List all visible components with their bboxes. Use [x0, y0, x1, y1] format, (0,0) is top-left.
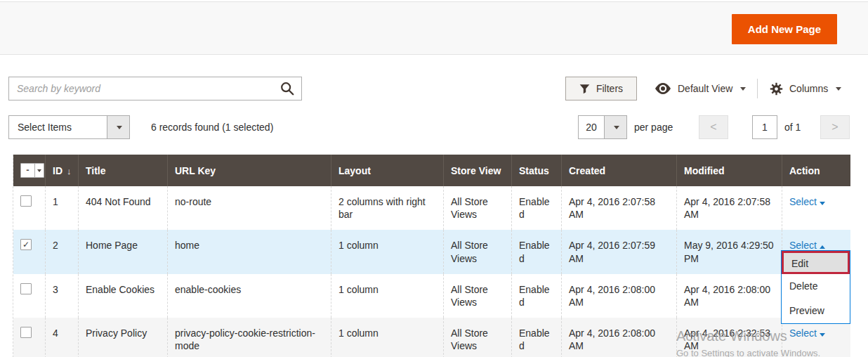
cell-store-view: All Store Views [443, 230, 511, 273]
cell-layout: 1 column [331, 318, 443, 357]
column-header-status[interactable]: Status [511, 155, 561, 186]
column-header-store-view[interactable]: Store View [443, 155, 511, 186]
table-row: 1 404 Not Found no-route 2 columns with … [13, 186, 850, 230]
row-checkbox-checked[interactable]: ✓ [20, 239, 32, 250]
grid-header-row: - ID↓ Title URL Key Layout Store View St… [13, 155, 850, 186]
cell-modified: Apr 4, 2016 2:08:00 AM [676, 274, 782, 318]
search-input[interactable] [9, 77, 262, 100]
gear-icon [770, 82, 783, 96]
search-icon[interactable] [280, 81, 295, 96]
cell-id: 4 [45, 318, 78, 357]
cell-layout: 1 column [331, 230, 443, 273]
chevron-down-icon [117, 126, 122, 129]
column-header-title[interactable]: Title [78, 155, 167, 186]
cell-id: 1 [45, 186, 78, 230]
filters-button[interactable]: Filters [565, 77, 637, 100]
chevron-down-icon [614, 126, 619, 129]
table-row: ✓ 2 Home Page home 1 column All Store Vi… [13, 230, 850, 273]
action-menu-item-edit[interactable]: Edit [782, 251, 850, 274]
cell-modified: Apr 4, 2016 2:07:58 AM [676, 186, 782, 230]
cell-id: 3 [45, 274, 78, 318]
cell-url-key: no-route [167, 186, 331, 230]
cell-layout: 1 column [331, 274, 443, 318]
per-page-select[interactable]: 20 [578, 115, 627, 139]
column-header-action[interactable]: Action [782, 155, 850, 186]
row-action-menu: Edit Delete Preview [781, 250, 850, 324]
action-menu-item-preview[interactable]: Preview [782, 299, 850, 323]
columns-dropdown[interactable]: Columns [770, 77, 841, 100]
page-header-band: Add New Page [0, 1, 868, 55]
default-view-dropdown[interactable]: Default View [655, 77, 746, 100]
sort-desc-icon: ↓ [67, 166, 72, 176]
cell-title: 404 Not Found [78, 186, 167, 230]
cell-url-key: enable-cookies [167, 274, 331, 318]
default-view-label: Default View [678, 83, 732, 94]
current-page-input[interactable] [752, 115, 777, 139]
column-header-url-key[interactable]: URL Key [167, 155, 331, 186]
column-header-modified[interactable]: Modified [676, 155, 782, 186]
column-header-layout[interactable]: Layout [331, 155, 443, 186]
cell-created: Apr 4, 2016 2:08:00 AM [561, 274, 676, 318]
add-new-page-button[interactable]: Add New Page [732, 14, 837, 44]
chevron-down-icon [836, 87, 841, 91]
keyword-search-box [8, 77, 302, 100]
cell-url-key: privacy-policy-cookie-restriction-mode [167, 318, 331, 357]
columns-label: Columns [789, 83, 828, 94]
select-all-caret[interactable] [34, 164, 44, 177]
row-action-select-open[interactable]: Select [789, 240, 825, 251]
cell-layout: 2 columns with right bar [331, 186, 443, 230]
table-row: 4 Privacy Policy privacy-policy-cookie-r… [13, 318, 850, 357]
chevron-up-icon [820, 245, 825, 249]
column-header-created[interactable]: Created [561, 155, 676, 186]
chevron-down-icon [820, 333, 825, 337]
mass-action-caret[interactable] [107, 116, 129, 138]
row-action-select[interactable]: Select [789, 327, 825, 339]
cell-modified: Apr 4, 2016 2:32:53 AM [676, 318, 782, 357]
cell-created: Apr 4, 2016 2:07:59 AM [561, 230, 676, 273]
cell-id: 2 [45, 230, 78, 273]
per-page-caret[interactable] [604, 116, 626, 138]
cell-store-view: All Store Views [443, 274, 511, 318]
row-action-select[interactable]: Select [789, 196, 825, 207]
eye-icon [655, 83, 671, 94]
chevron-left-icon: < [710, 121, 716, 133]
cms-pages-admin-page: Add New Page Filters Default View [0, 0, 868, 357]
cell-created: Apr 4, 2016 2:07:58 AM [561, 186, 676, 230]
header-label: ID [53, 165, 63, 176]
action-menu-item-delete[interactable]: Delete [782, 274, 850, 299]
row-checkbox[interactable] [20, 327, 32, 338]
chevron-right-icon: > [831, 121, 838, 133]
per-page-value: 20 [579, 116, 604, 138]
select-all-control[interactable]: - [20, 163, 44, 178]
mass-action-select[interactable]: Select Items [8, 115, 130, 139]
cell-status: Enabled [511, 186, 561, 230]
chevron-down-icon [820, 202, 825, 205]
table-row: 3 Enable Cookies enable-cookies 1 column… [13, 274, 850, 318]
cms-pages-grid: - ID↓ Title URL Key Layout Store View St… [13, 155, 850, 357]
records-summary: 6 records found (1 selected) [151, 122, 273, 133]
cell-store-view: All Store Views [443, 318, 511, 357]
cell-url-key: home [167, 230, 331, 273]
select-all-header: - [13, 155, 45, 186]
cell-title: Enable Cookies [78, 274, 167, 318]
select-all-indeterminate: - [21, 164, 34, 177]
cell-store-view: All Store Views [443, 186, 511, 230]
previous-page-button[interactable]: < [699, 115, 728, 139]
chevron-down-icon [740, 87, 746, 91]
cell-modified: May 9, 2016 4:29:50 PM [676, 230, 782, 273]
filters-label: Filters [596, 83, 623, 94]
chevron-down-icon [37, 169, 41, 172]
cell-status: Enabled [511, 318, 561, 357]
cell-status: Enabled [511, 230, 561, 273]
row-checkbox[interactable] [20, 283, 32, 294]
row-checkbox[interactable] [20, 195, 32, 207]
next-page-button[interactable]: > [820, 115, 850, 139]
cell-status: Enabled [511, 274, 561, 318]
funnel-icon [579, 84, 590, 94]
toolbar-divider [757, 79, 758, 98]
cell-title: Privacy Policy [78, 318, 167, 357]
mass-action-label: Select Items [9, 116, 107, 138]
cell-created: Apr 4, 2016 2:08:00 AM [561, 318, 676, 357]
column-header-id[interactable]: ID↓ [45, 155, 78, 186]
total-pages-label: of 1 [784, 122, 801, 133]
